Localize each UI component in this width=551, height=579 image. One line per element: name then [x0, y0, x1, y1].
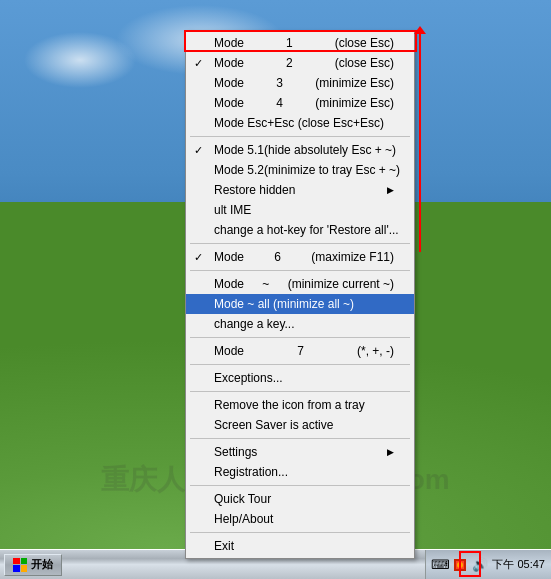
menu-item-restore-hidden[interactable]: Restore hidden [186, 180, 414, 200]
menu-item-registration[interactable]: Registration... [186, 462, 414, 482]
separator5 [190, 364, 410, 365]
menu-item-exceptions[interactable]: Exceptions... [186, 368, 414, 388]
menu-item-ultime[interactable]: ult IME [186, 200, 414, 220]
menu-item-mode51[interactable]: Mode 5.1 (hide absolutely Esc + ~) [186, 140, 414, 160]
menu-item-mode4[interactable]: Mode 4 (minimize Esc) [186, 93, 414, 113]
menu-item-mode52[interactable]: Mode 5.2 (minimize to tray Esc + ~) [186, 160, 414, 180]
menu-item-exit[interactable]: Exit [186, 536, 414, 556]
separator7 [190, 438, 410, 439]
separator6 [190, 391, 410, 392]
context-menu: Mode 1 (close Esc) Mode 2 (close Esc) Mo… [185, 30, 415, 559]
start-button[interactable]: 开始 [4, 554, 62, 576]
menu-item-screensaver[interactable]: Screen Saver is active [186, 415, 414, 435]
desktop: 重庆人 HTTP://boriian.com Mode 1 (close Esc… [0, 0, 551, 579]
menu-item-modetildeall[interactable]: Mode ~ all (minimize all ~) [186, 294, 414, 314]
menu-item-mode3[interactable]: Mode 3 (minimize Esc) [186, 73, 414, 93]
menu-item-mode1[interactable]: Mode 1 (close Esc) [186, 33, 414, 53]
menu-item-changekey[interactable]: change a key... [186, 314, 414, 334]
start-label: 开始 [31, 557, 53, 572]
windows-logo [13, 558, 27, 572]
menu-item-settings[interactable]: Settings [186, 442, 414, 462]
menu-item-modetilde[interactable]: Mode ~ (minimize current ~) [186, 274, 414, 294]
app-tray-icon[interactable] [452, 557, 468, 573]
speaker-tray-icon[interactable]: 🔊 [472, 557, 488, 573]
keyboard-tray-icon[interactable]: ⌨ [432, 557, 448, 573]
separator2 [190, 243, 410, 244]
separator4 [190, 337, 410, 338]
menu-item-remove-icon[interactable]: Remove the icon from a tray [186, 395, 414, 415]
separator9 [190, 532, 410, 533]
menu-item-quicktour[interactable]: Quick Tour [186, 489, 414, 509]
system-clock: 下午 05:47 [492, 557, 545, 572]
separator3 [190, 270, 410, 271]
separator1 [190, 136, 410, 137]
svg-point-2 [457, 562, 463, 568]
menu-item-mode7[interactable]: Mode 7 (*, +, -) [186, 341, 414, 361]
taskbar-right: ⌨ 🔊 下午 05:47 [425, 550, 551, 579]
separator8 [190, 485, 410, 486]
menu-item-helpabout[interactable]: Help/About [186, 509, 414, 529]
menu-item-mode2[interactable]: Mode 2 (close Esc) [186, 53, 414, 73]
menu-item-mode6[interactable]: Mode 6 (maximize F11) [186, 247, 414, 267]
taskbar-left: 开始 [0, 554, 62, 576]
menu-item-changehotkey[interactable]: change a hot-key for 'Restore all'... [186, 220, 414, 240]
menu-item-modeescesc[interactable]: Mode Esc+Esc (close Esc+Esc) [186, 113, 414, 133]
